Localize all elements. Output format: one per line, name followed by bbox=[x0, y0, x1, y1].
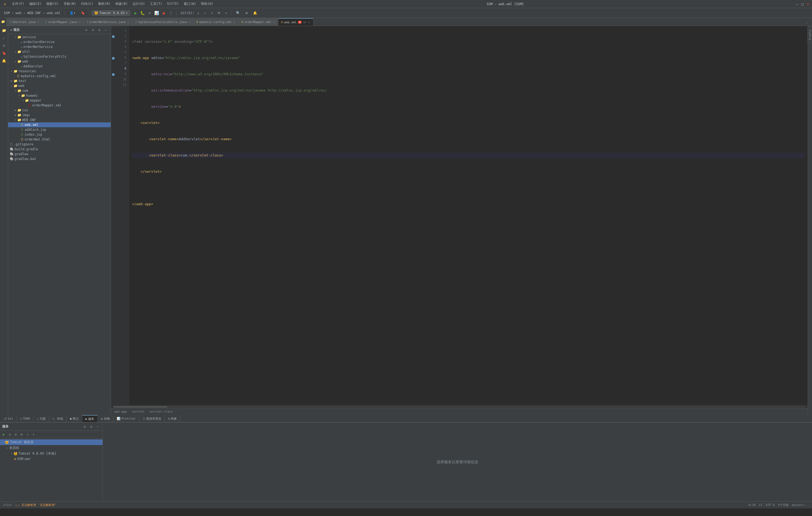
tab-mybatis-config[interactable]: X mybatis-config.xml ✕ bbox=[194, 18, 239, 26]
tab-ordermapper-java[interactable]: J orderMapper.java ✕ bbox=[42, 18, 84, 26]
tree-com[interactable]: ▾ 📁 com bbox=[8, 88, 111, 93]
tree-service[interactable]: ▾ 📁 service bbox=[8, 35, 111, 39]
recent-files-button[interactable]: ⋮ bbox=[803, 21, 810, 26]
services-add-icon[interactable]: + bbox=[31, 432, 36, 437]
tree-huawei[interactable]: ▾ 📁 huawei bbox=[8, 93, 111, 98]
status-branch[interactable]: masterr... bbox=[792, 503, 810, 507]
project-locate-icon[interactable]: ⊕ bbox=[84, 27, 89, 33]
menu-navigate[interactable]: 导航(N) bbox=[61, 1, 78, 7]
close-button[interactable]: ✕ bbox=[806, 2, 810, 6]
stop-button[interactable]: ◼ bbox=[161, 10, 167, 16]
project-dropdown-arrow[interactable]: ▾ bbox=[10, 28, 12, 32]
profiler-button[interactable]: 📊 bbox=[153, 10, 160, 16]
sidebar-bookmark-icon[interactable]: 🔖 bbox=[1, 50, 7, 56]
tree-addCard-jsp[interactable]: 🗋 addCard.jsp bbox=[8, 127, 111, 132]
tree-web-src[interactable]: ▾ 📁 web bbox=[8, 59, 111, 64]
services-run-icon[interactable]: ▶ bbox=[1, 432, 6, 437]
bottom-tab-dependencies[interactable]: ◈ 依赖 bbox=[98, 415, 113, 422]
user-icon[interactable]: 👤▾ bbox=[67, 10, 78, 16]
run-configuration[interactable]: 🐱 Tomcat 9.0.65 ▾ bbox=[92, 10, 130, 16]
tree-mybatis-config[interactable]: 🗋 mybatis-config.xml bbox=[8, 74, 111, 79]
tree-test[interactable]: ▶ 📁 test bbox=[8, 79, 111, 83]
tree-orderCardService[interactable]: ☕ orderCardService bbox=[8, 39, 111, 45]
services-settings-icon[interactable]: ⚙ bbox=[82, 424, 87, 429]
srv-tree-tomcat-local[interactable]: ▾ 🐱 Tomcat 9.0.65 [本地] bbox=[0, 451, 103, 456]
tab-ordermapper-xml[interactable]: X orderMapper.xml ✕ bbox=[239, 18, 278, 26]
services-minimize-icon[interactable]: — bbox=[95, 424, 100, 429]
menu-run[interactable]: 运行(U) bbox=[130, 1, 147, 7]
tab-close-mybatis-config[interactable]: ✕ bbox=[233, 21, 236, 24]
bottom-tab-todo[interactable]: ☑ TODO bbox=[17, 415, 34, 422]
tree-mapper-folder[interactable]: ▾ 📁 mapper bbox=[8, 98, 111, 103]
tab-close-web-xml[interactable]: ✕ bbox=[308, 21, 311, 24]
services-collapse-icon[interactable]: ⊟ bbox=[13, 432, 19, 437]
tab-close-dservlet[interactable]: ✕ bbox=[37, 21, 39, 24]
sidebar-notifications-icon[interactable]: 🔔 bbox=[1, 57, 7, 64]
tab-web-xml[interactable]: X web.xml 3 ∧∨ ✕ bbox=[278, 18, 313, 26]
debug-button[interactable]: 🐛 bbox=[139, 10, 146, 16]
srv-tree-ssm-war[interactable]: ⚙ SSM:war bbox=[0, 456, 103, 461]
tree-orderMapper-xml[interactable]: 🗋 orderMapper.xml bbox=[8, 103, 111, 108]
bottom-tab-git[interactable]: ⎇ Git bbox=[0, 415, 17, 422]
status-encoding[interactable]: UTF-8 bbox=[766, 503, 775, 507]
menu-view[interactable]: 视图(V) bbox=[44, 1, 61, 7]
tab-close-sqlsessionfactory[interactable]: ✕ bbox=[188, 21, 191, 24]
tree-build-gradle[interactable]: 🐘 build.gradle bbox=[8, 147, 111, 152]
tree-web-xml[interactable]: 🗋 web.xml bbox=[8, 122, 111, 127]
tree-gitignore[interactable]: 🗋 .gitignore bbox=[8, 142, 111, 147]
sidebar-project-icon[interactable]: 📁 bbox=[1, 27, 7, 34]
project-minimize-icon[interactable]: — bbox=[103, 27, 109, 33]
status-warning[interactable]: ⚠ ⚠ 无法解析类 '无法解析类' bbox=[15, 503, 57, 507]
status-git[interactable]: ⎇ Git bbox=[2, 503, 12, 507]
menu-git[interactable]: Git(G) bbox=[165, 1, 181, 7]
tab-close-ordermapper-xml[interactable]: ✕ bbox=[272, 21, 275, 24]
tab-close-ordernetservice[interactable]: ✕ bbox=[127, 21, 129, 24]
tree-gradlew[interactable]: 🐘 gradlew bbox=[8, 152, 111, 156]
code-area[interactable]: <?xml version="1.0" encoding="UTF-8"?> <… bbox=[129, 26, 808, 405]
tree-util[interactable]: ▾ 📁 util bbox=[8, 49, 111, 54]
tab-close-ordermapper-java[interactable]: ✕ bbox=[78, 21, 81, 24]
bottom-tab-terminal[interactable]: >_ 终端 bbox=[49, 415, 66, 422]
menu-tools[interactable]: 工具(T) bbox=[148, 1, 165, 7]
status-indent[interactable]: 4个空格 bbox=[778, 503, 789, 507]
bottom-tab-problems[interactable]: ⚠ 问题 bbox=[34, 415, 49, 422]
services-sort-icon[interactable]: ↕ bbox=[25, 432, 30, 437]
search-everywhere-button[interactable]: 🔍 bbox=[234, 10, 242, 16]
tree-imgs[interactable]: ▶ 📁 imgs bbox=[8, 113, 111, 117]
minimize-button[interactable]: — bbox=[795, 2, 799, 6]
tab-dservlet[interactable]: J dServlet.java ✕ bbox=[6, 18, 42, 26]
tab-sqlsessionfactory[interactable]: J SqlSessionFactoryUtils.java ✕ bbox=[133, 18, 194, 26]
tab-ordernetservice[interactable]: J orderNetService.java ✕ bbox=[84, 18, 133, 26]
status-position[interactable]: 8:28 bbox=[748, 503, 756, 507]
services-filter-icon[interactable]: ⊞ bbox=[19, 432, 24, 437]
tree-css[interactable]: ▶ 📁 css bbox=[8, 108, 111, 113]
tab-expand-btn[interactable]: ∧∨ bbox=[303, 21, 307, 24]
sidebar-commit-icon[interactable]: ✓ bbox=[1, 35, 7, 41]
notifications-button[interactable]: 🔔 bbox=[251, 10, 259, 16]
project-icon-btn[interactable]: 📁 bbox=[0, 18, 6, 26]
horizontal-scrollbar[interactable] bbox=[111, 405, 808, 408]
menu-build[interactable]: 构建(B) bbox=[113, 1, 130, 7]
git-undo-button[interactable]: ↩ bbox=[223, 10, 229, 16]
tree-resources[interactable]: ▾ 📁 resources bbox=[8, 69, 111, 74]
gradle-label[interactable]: Gradle bbox=[807, 27, 812, 43]
srv-tree-tomcat-server[interactable]: ▾ 🐱 Tomcat 服务器 bbox=[0, 439, 103, 445]
menu-refactor[interactable]: 重构(R) bbox=[96, 1, 113, 7]
menu-help[interactable]: 帮助(H) bbox=[199, 1, 215, 7]
bottom-tab-breakpoints[interactable]: ● 断点 bbox=[66, 415, 82, 422]
status-line-ending[interactable]: LF bbox=[759, 503, 762, 507]
git-push-button[interactable]: ↑ bbox=[209, 10, 215, 16]
git-checkmark-button[interactable]: ✓ bbox=[202, 10, 208, 16]
scrollbar-thumb[interactable] bbox=[113, 406, 167, 408]
tree-orderNetService[interactable]: ☕ orderNetService bbox=[8, 45, 111, 49]
git-update-button[interactable]: ↓ bbox=[195, 10, 201, 16]
project-options-icon[interactable]: ⚙ bbox=[97, 27, 102, 33]
maximize-button[interactable]: □ bbox=[801, 2, 805, 6]
tree-web-main[interactable]: ▾ 📁 web bbox=[8, 83, 111, 88]
bookmark-icon[interactable]: 🔖 bbox=[79, 10, 87, 16]
bottom-tab-db-changes[interactable]: ⬡ 数据库更改 bbox=[139, 415, 165, 422]
services-expand-icon[interactable]: ≡ bbox=[7, 432, 12, 437]
menu-edit[interactable]: 编辑(E) bbox=[27, 1, 44, 7]
tree-orderNet-html[interactable]: 🗋 orderNet.html bbox=[8, 137, 111, 142]
bottom-tab-profiler[interactable]: 📊 Profiler bbox=[113, 415, 139, 422]
